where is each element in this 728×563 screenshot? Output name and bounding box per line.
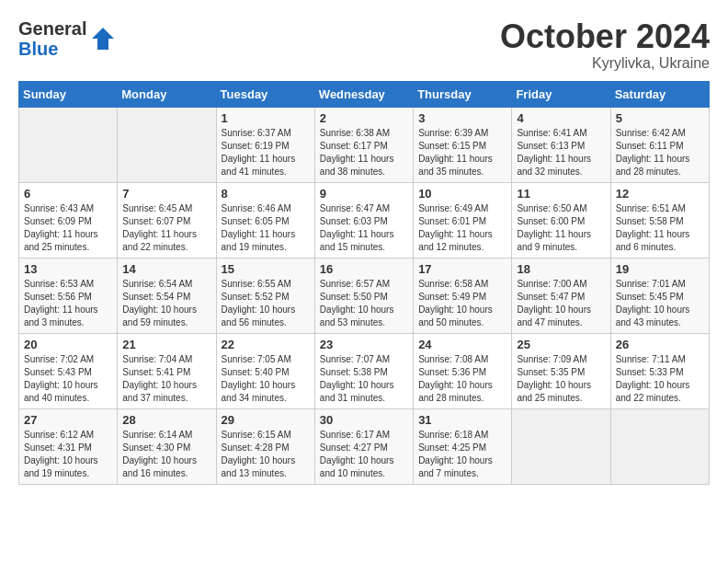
cell-content: Sunrise: 6:50 AM Sunset: 6:00 PM Dayligh… <box>517 202 605 254</box>
cell-content: Sunrise: 7:01 AM Sunset: 5:45 PM Dayligh… <box>616 278 704 329</box>
day-number: 22 <box>222 338 310 351</box>
cell-content: Sunrise: 6:37 AM Sunset: 6:19 PM Dayligh… <box>222 127 310 178</box>
cell-content: Sunrise: 7:09 AM Sunset: 5:35 PM Dayligh… <box>517 353 605 405</box>
day-number: 19 <box>616 262 704 276</box>
cell-content: Sunrise: 6:18 AM Sunset: 4:25 PM Dayligh… <box>418 429 506 480</box>
day-number: 6 <box>24 187 112 201</box>
day-number: 11 <box>517 187 605 201</box>
calendar-cell <box>118 107 216 182</box>
cell-content: Sunrise: 6:46 AM Sunset: 6:05 PM Dayligh… <box>222 202 310 254</box>
day-number: 16 <box>320 262 408 276</box>
calendar-cell: 24Sunrise: 7:08 AM Sunset: 5:36 PM Dayli… <box>414 333 512 408</box>
day-number: 24 <box>418 338 506 351</box>
day-number: 17 <box>418 262 506 276</box>
calendar-cell: 21Sunrise: 7:04 AM Sunset: 5:41 PM Dayli… <box>118 333 216 408</box>
cell-content: Sunrise: 7:02 AM Sunset: 5:43 PM Dayligh… <box>24 353 112 405</box>
day-number: 2 <box>320 111 408 125</box>
calendar-cell: 8Sunrise: 6:46 AM Sunset: 6:05 PM Daylig… <box>216 182 314 258</box>
day-header-monday: Monday <box>118 81 216 107</box>
calendar-cell: 13Sunrise: 6:53 AM Sunset: 5:56 PM Dayli… <box>19 258 118 333</box>
calendar-cell: 28Sunrise: 6:14 AM Sunset: 4:30 PM Dayli… <box>118 408 216 484</box>
day-number: 9 <box>320 187 408 201</box>
day-number: 7 <box>122 187 210 201</box>
day-number: 18 <box>517 262 605 276</box>
cell-content: Sunrise: 6:14 AM Sunset: 4:30 PM Dayligh… <box>122 429 210 480</box>
day-number: 5 <box>616 111 704 125</box>
logo-blue: Blue <box>18 39 86 59</box>
cell-content: Sunrise: 6:58 AM Sunset: 5:49 PM Dayligh… <box>418 278 506 329</box>
cell-content: Sunrise: 6:15 AM Sunset: 4:28 PM Dayligh… <box>222 429 310 480</box>
calendar-cell <box>610 408 709 484</box>
location: Kyrylivka, Ukraine <box>500 55 710 72</box>
cell-content: Sunrise: 6:42 AM Sunset: 6:11 PM Dayligh… <box>616 127 704 178</box>
cell-content: Sunrise: 7:11 AM Sunset: 5:33 PM Dayligh… <box>616 353 704 405</box>
calendar-cell: 16Sunrise: 6:57 AM Sunset: 5:50 PM Dayli… <box>314 258 413 333</box>
calendar-cell: 1Sunrise: 6:37 AM Sunset: 6:19 PM Daylig… <box>216 107 314 182</box>
calendar-cell <box>19 107 118 182</box>
month-title: October 2024 <box>500 18 710 55</box>
day-number: 29 <box>222 413 310 427</box>
day-header-friday: Friday <box>512 81 610 107</box>
day-header-saturday: Saturday <box>610 81 709 107</box>
calendar-cell: 31Sunrise: 6:18 AM Sunset: 4:25 PM Dayli… <box>414 408 512 484</box>
day-number: 10 <box>418 187 506 201</box>
calendar-cell: 25Sunrise: 7:09 AM Sunset: 5:35 PM Dayli… <box>512 333 610 408</box>
calendar-week-4: 20Sunrise: 7:02 AM Sunset: 5:43 PM Dayli… <box>19 333 710 408</box>
day-number: 1 <box>222 111 310 125</box>
day-number: 30 <box>320 413 408 427</box>
calendar-cell: 18Sunrise: 7:00 AM Sunset: 5:47 PM Dayli… <box>512 258 610 333</box>
calendar-cell: 29Sunrise: 6:15 AM Sunset: 4:28 PM Dayli… <box>216 408 314 484</box>
calendar-cell: 22Sunrise: 7:05 AM Sunset: 5:40 PM Dayli… <box>216 333 314 408</box>
cell-content: Sunrise: 6:47 AM Sunset: 6:03 PM Dayligh… <box>320 202 408 254</box>
calendar-cell: 10Sunrise: 6:49 AM Sunset: 6:01 PM Dayli… <box>414 182 512 258</box>
calendar-cell: 11Sunrise: 6:50 AM Sunset: 6:00 PM Dayli… <box>512 182 610 258</box>
day-number: 4 <box>517 111 605 125</box>
day-number: 3 <box>418 111 506 125</box>
cell-content: Sunrise: 6:43 AM Sunset: 6:09 PM Dayligh… <box>24 202 112 254</box>
calendar-cell <box>512 408 610 484</box>
logo-icon <box>90 26 116 52</box>
calendar-header-row: SundayMondayTuesdayWednesdayThursdayFrid… <box>19 81 710 107</box>
calendar-week-1: 1Sunrise: 6:37 AM Sunset: 6:19 PM Daylig… <box>19 107 710 182</box>
day-header-wednesday: Wednesday <box>314 81 413 107</box>
cell-content: Sunrise: 7:05 AM Sunset: 5:40 PM Dayligh… <box>222 353 310 405</box>
title-block: October 2024 Kyrylivka, Ukraine <box>500 18 710 72</box>
day-number: 13 <box>24 262 112 276</box>
calendar-cell: 19Sunrise: 7:01 AM Sunset: 5:45 PM Dayli… <box>610 258 709 333</box>
cell-content: Sunrise: 7:07 AM Sunset: 5:38 PM Dayligh… <box>320 353 408 405</box>
day-number: 26 <box>616 338 704 351</box>
cell-content: Sunrise: 6:12 AM Sunset: 4:31 PM Dayligh… <box>24 429 112 480</box>
calendar-week-5: 27Sunrise: 6:12 AM Sunset: 4:31 PM Dayli… <box>19 408 710 484</box>
day-number: 25 <box>517 338 605 351</box>
cell-content: Sunrise: 6:51 AM Sunset: 5:58 PM Dayligh… <box>616 202 704 254</box>
calendar-cell: 15Sunrise: 6:55 AM Sunset: 5:52 PM Dayli… <box>216 258 314 333</box>
calendar-cell: 2Sunrise: 6:38 AM Sunset: 6:17 PM Daylig… <box>314 107 413 182</box>
cell-content: Sunrise: 6:54 AM Sunset: 5:54 PM Dayligh… <box>122 278 210 329</box>
calendar-cell: 3Sunrise: 6:39 AM Sunset: 6:15 PM Daylig… <box>414 107 512 182</box>
day-header-sunday: Sunday <box>19 81 118 107</box>
cell-content: Sunrise: 6:49 AM Sunset: 6:01 PM Dayligh… <box>418 202 506 254</box>
day-number: 23 <box>320 338 408 351</box>
calendar-cell: 20Sunrise: 7:02 AM Sunset: 5:43 PM Dayli… <box>19 333 118 408</box>
day-number: 31 <box>418 413 506 427</box>
calendar-cell: 26Sunrise: 7:11 AM Sunset: 5:33 PM Dayli… <box>610 333 709 408</box>
calendar-cell: 5Sunrise: 6:42 AM Sunset: 6:11 PM Daylig… <box>610 107 709 182</box>
logo: General Blue <box>18 18 116 59</box>
calendar-cell: 4Sunrise: 6:41 AM Sunset: 6:13 PM Daylig… <box>512 107 610 182</box>
cell-content: Sunrise: 6:17 AM Sunset: 4:27 PM Dayligh… <box>320 429 408 480</box>
day-number: 27 <box>24 413 112 427</box>
calendar-cell: 6Sunrise: 6:43 AM Sunset: 6:09 PM Daylig… <box>19 182 118 258</box>
day-number: 15 <box>222 262 310 276</box>
cell-content: Sunrise: 6:55 AM Sunset: 5:52 PM Dayligh… <box>222 278 310 329</box>
day-number: 14 <box>122 262 210 276</box>
calendar-cell: 27Sunrise: 6:12 AM Sunset: 4:31 PM Dayli… <box>19 408 118 484</box>
cell-content: Sunrise: 7:04 AM Sunset: 5:41 PM Dayligh… <box>122 353 210 405</box>
calendar-week-3: 13Sunrise: 6:53 AM Sunset: 5:56 PM Dayli… <box>19 258 710 333</box>
cell-content: Sunrise: 6:41 AM Sunset: 6:13 PM Dayligh… <box>517 127 605 178</box>
calendar-table: SundayMondayTuesdayWednesdayThursdayFrid… <box>18 81 710 485</box>
calendar-cell: 12Sunrise: 6:51 AM Sunset: 5:58 PM Dayli… <box>610 182 709 258</box>
page-header: General Blue October 2024 Kyrylivka, Ukr… <box>18 18 710 72</box>
day-number: 28 <box>122 413 210 427</box>
cell-content: Sunrise: 7:00 AM Sunset: 5:47 PM Dayligh… <box>517 278 605 329</box>
cell-content: Sunrise: 6:45 AM Sunset: 6:07 PM Dayligh… <box>122 202 210 254</box>
